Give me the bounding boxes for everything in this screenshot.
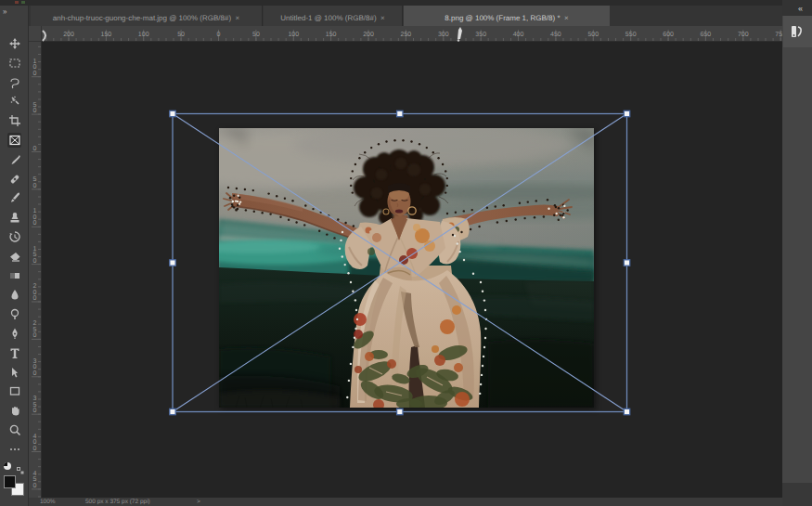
svg-text:0: 0: [33, 295, 37, 302]
svg-text:350: 350: [475, 32, 486, 38]
svg-text:0: 0: [33, 408, 37, 414]
svg-text:100: 100: [288, 32, 299, 38]
svg-text:0: 0: [33, 332, 37, 339]
svg-text:0: 0: [33, 258, 37, 265]
svg-text:400: 400: [513, 32, 524, 38]
svg-text:0: 0: [33, 71, 37, 77]
svg-text:700: 700: [738, 32, 749, 38]
svg-text:300: 300: [438, 32, 449, 38]
svg-text:500: 500: [587, 32, 599, 38]
svg-text:450: 450: [550, 32, 561, 38]
svg-text:650: 650: [701, 32, 712, 38]
svg-text:600: 600: [663, 32, 674, 38]
svg-text:100: 100: [138, 32, 149, 38]
svg-text:0: 0: [33, 370, 37, 377]
svg-text:150: 150: [101, 32, 112, 38]
svg-text:200: 200: [363, 32, 374, 38]
svg-text:0: 0: [33, 146, 37, 152]
svg-text:550: 550: [625, 32, 637, 38]
svg-text:50: 50: [252, 32, 260, 38]
svg-text:0: 0: [33, 108, 37, 114]
svg-text:0: 0: [33, 446, 37, 452]
svg-text:0: 0: [217, 32, 221, 38]
svg-text:0: 0: [33, 183, 37, 189]
svg-text:0: 0: [33, 220, 37, 227]
svg-text:750: 750: [775, 32, 782, 38]
svg-text:150: 150: [326, 32, 337, 38]
svg-text:250: 250: [401, 32, 412, 38]
svg-text:200: 200: [63, 32, 74, 38]
svg-text:50: 50: [177, 32, 185, 38]
svg-text:0: 0: [33, 483, 37, 489]
